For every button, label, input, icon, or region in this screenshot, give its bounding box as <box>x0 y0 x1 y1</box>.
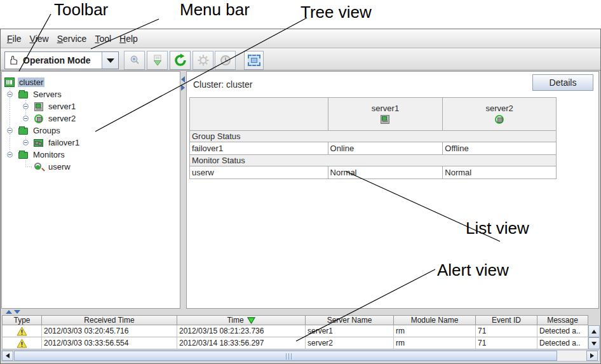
menu-service[interactable]: Service <box>57 34 87 44</box>
menu-view[interactable]: View <box>30 34 49 44</box>
search-icon <box>128 54 141 67</box>
scroll-down-button[interactable] <box>588 337 600 349</box>
server1-column-label: server1 <box>372 104 399 113</box>
expand-handle-icon[interactable] <box>23 116 29 121</box>
collect-logs-button[interactable] <box>147 51 168 70</box>
column-type[interactable]: Type <box>2 315 42 325</box>
screen-layout-icon <box>248 55 260 66</box>
collapse-down-icon[interactable] <box>14 310 20 314</box>
operation-mode-dropdown-button[interactable] <box>102 52 118 69</box>
module-name-cell: rm <box>394 325 476 337</box>
scroll-right-button[interactable] <box>586 351 598 361</box>
details-button[interactable]: Details <box>532 74 593 91</box>
time-info-icon <box>219 54 232 67</box>
annotation-toolbar-label: Toolbar <box>54 0 108 20</box>
time-cell: 2012/03/14 18:33:56.297 <box>177 337 306 349</box>
scroll-up-button[interactable] <box>588 325 600 337</box>
time-info-button[interactable] <box>215 51 236 70</box>
menu-file[interactable]: File <box>7 34 22 44</box>
tree-item-server2[interactable]: server2 <box>2 112 180 125</box>
expand-right-icon[interactable] <box>181 84 185 91</box>
tree-item-servers[interactable]: Servers <box>2 88 180 100</box>
tree-view: cluster Servers server1 <box>1 71 180 309</box>
menu-bar: File View Service Tool Help <box>1 29 600 48</box>
column-time[interactable]: Time <box>177 315 306 325</box>
module-name-cell: rm <box>394 337 476 349</box>
operation-mode-selector[interactable]: Operation Mode <box>4 51 119 69</box>
list-view: Cluster: cluster Details server1 <box>186 71 599 309</box>
column-module-name[interactable]: Module Name <box>394 315 476 325</box>
tree-item-groups[interactable]: Groups <box>2 125 180 137</box>
folder-icon <box>18 150 29 160</box>
expand-handle-icon[interactable] <box>7 91 13 97</box>
scroll-left-button[interactable] <box>2 351 13 361</box>
tree-item-failover1[interactable]: failover1 <box>2 137 180 149</box>
monitor-status-header: Monitor Status <box>190 155 557 166</box>
menu-tool[interactable]: Tool <box>95 34 111 44</box>
toolbar: Operation Mode <box>1 48 600 71</box>
column-event-id[interactable]: Event ID <box>476 315 537 325</box>
screen-layout-button[interactable] <box>244 51 264 70</box>
failover1-server1-status: Online <box>328 142 443 155</box>
group-name-cell: failover1 <box>190 142 328 155</box>
warning-icon <box>17 339 27 348</box>
group-status-section-row: Group Status <box>190 131 557 142</box>
server-name-cell: server1 <box>306 325 394 337</box>
warning-icon <box>17 327 27 336</box>
server-icon <box>34 102 44 112</box>
column-received-time[interactable]: Received Time <box>42 315 177 325</box>
received-time-cell: 2012/03/03 03:20:45.716 <box>42 325 177 337</box>
failover1-server2-status: Offline <box>443 142 557 155</box>
annotation-alertview-label: Alert view <box>437 260 509 280</box>
folder-icon <box>18 126 29 136</box>
scroll-right-icon <box>590 353 594 358</box>
reload-button[interactable] <box>170 51 191 70</box>
annotation-listview-label: List view <box>466 219 529 238</box>
collapse-up-icon[interactable] <box>6 310 12 314</box>
userw-server1-status: Normal <box>328 166 443 179</box>
monitor-name-cell: userw <box>190 166 328 179</box>
expand-handle-icon[interactable] <box>23 104 29 109</box>
expand-handle-icon[interactable] <box>7 128 13 133</box>
server2-column-label: server2 <box>485 104 513 113</box>
alert-table-header: Type Received Time Time Server Name Modu… <box>2 315 600 325</box>
tree-item-monitors[interactable]: Monitors <box>2 149 180 161</box>
tree-item-cluster[interactable]: cluster <box>2 76 180 88</box>
search-button[interactable] <box>124 51 145 70</box>
alert-vertical-scrollbar[interactable] <box>588 325 600 349</box>
dropdown-arrow-icon <box>107 58 114 63</box>
status-table-header-row: server1 server2 <box>190 98 557 131</box>
expand-handle-icon[interactable] <box>23 140 29 145</box>
expand-handle-icon[interactable] <box>7 152 13 158</box>
sort-descending-icon <box>247 317 255 324</box>
scrollbar-thumb[interactable] <box>14 351 557 361</box>
screenshot-page: Toolbar Menu bar Tree view List view Ale… <box>0 0 601 364</box>
column-server-name[interactable]: Server Name <box>306 315 394 325</box>
event-id-cell: 71 <box>476 325 537 337</box>
server-name-cell: server2 <box>306 337 394 349</box>
cluster-status-table: server1 server2 Group Status <box>189 97 557 179</box>
collapse-left-icon[interactable] <box>181 76 185 83</box>
alert-row-1[interactable]: 2012/03/03 03:20:45.716 2012/03/15 08:21… <box>2 325 600 337</box>
group-icon <box>34 138 44 148</box>
annotation-menubar-label: Menu bar <box>180 0 250 20</box>
userw-status-row: userw Normal Normal <box>190 166 557 179</box>
menu-help[interactable]: Help <box>119 34 138 44</box>
tree-item-server1[interactable]: server1 <box>2 100 180 112</box>
alert-row-2[interactable]: 2012/03/03 03:33:56.554 2012/03/14 18:33… <box>2 337 600 349</box>
webmanager-window: File View Service Tool Help Operation Mo… <box>0 29 601 364</box>
options-button[interactable] <box>192 51 213 70</box>
tree-item-userw[interactable]: userw <box>2 161 180 173</box>
tree-list-splitter[interactable] <box>180 71 186 309</box>
hand-icon <box>8 54 20 67</box>
alert-view-splitter[interactable] <box>1 309 600 315</box>
options-icon <box>197 54 210 67</box>
group-status-header: Group Status <box>190 131 557 142</box>
main-area: cluster Servers server1 <box>1 71 600 309</box>
column-message[interactable]: Message <box>537 315 588 325</box>
scroll-down-icon <box>591 342 597 346</box>
alert-horizontal-scrollbar[interactable] <box>1 350 600 361</box>
message-cell: Detected a.. <box>537 325 588 337</box>
scrollbar-grip-icon <box>286 353 292 360</box>
operation-mode-label: Operation Mode <box>23 55 102 65</box>
